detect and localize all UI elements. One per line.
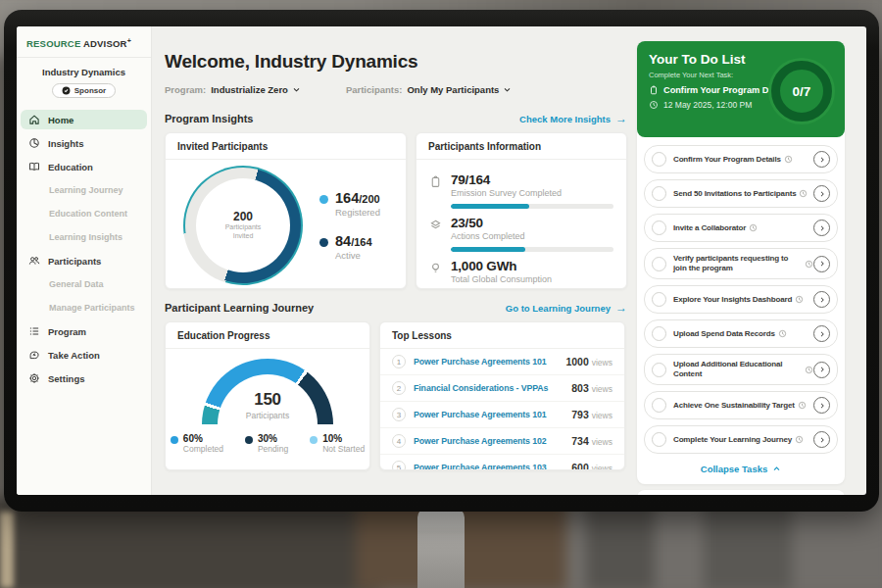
chevron-right-icon <box>818 224 826 232</box>
lesson-link[interactable]: Power Purchase Agreements 102 <box>414 436 547 446</box>
clock-icon <box>749 223 758 232</box>
learning-journey-title: Participant Learning Journey <box>165 302 314 314</box>
top-lessons-card: Top Lessons 1 Power Purchase Agreements … <box>379 321 625 470</box>
clock-icon <box>805 366 813 374</box>
todo-checkbox[interactable] <box>652 152 666 167</box>
legend-registered: 164/200 Registered <box>319 190 380 218</box>
chevron-right-icon <box>818 436 826 444</box>
sponsor-badge: Sponsor <box>52 83 116 98</box>
app-logo: RESOURCE ADVISOR+ <box>17 26 151 58</box>
progress-bar-fill <box>451 247 525 252</box>
sidebar-item-program[interactable]: Program <box>21 321 147 341</box>
clock-icon <box>805 260 813 269</box>
sidebar-item-education-content[interactable]: Education Content <box>21 205 147 222</box>
education-icon <box>28 161 40 172</box>
participants-filter-dropdown[interactable]: Only My Participants <box>407 84 512 95</box>
todo-checkbox[interactable] <box>652 292 666 307</box>
program-filter-dropdown[interactable]: Industrialize Zero <box>211 84 301 95</box>
chevron-right-icon <box>818 296 826 304</box>
sidebar-item-participants[interactable]: Participants <box>21 251 147 270</box>
todo-go-button[interactable] <box>813 151 830 168</box>
clock-icon <box>795 435 804 444</box>
donut-center-value: 200 <box>233 210 253 223</box>
gear-icon <box>28 372 40 384</box>
lesson-link[interactable]: Power Purchase Agreements 101 <box>414 410 547 419</box>
legend-active: 84/164 Active <box>319 233 380 261</box>
rank-badge: 1 <box>392 355 406 368</box>
chevron-right-icon <box>818 366 826 373</box>
invited-donut-chart: 200 Participants Invited <box>183 166 303 285</box>
chevron-down-icon <box>292 85 301 94</box>
todo-checkbox[interactable] <box>652 220 666 235</box>
clock-icon <box>778 329 787 338</box>
legend-not-started: 10%Not Started <box>310 433 365 454</box>
insights-icon <box>28 137 40 149</box>
rank-badge: 2 <box>392 381 406 395</box>
sidebar-item-learning-journey[interactable]: Learning Journey <box>21 181 147 199</box>
todo-checkbox[interactable] <box>652 257 666 271</box>
invited-participants-card: Invited Participants 200 Participants In… <box>165 132 407 289</box>
todo-go-button[interactable] <box>813 256 830 272</box>
active-dot-icon <box>319 238 328 247</box>
actions-progress-bar <box>451 247 613 252</box>
legend-completed: 60%Completed <box>171 433 223 454</box>
todo-go-button[interactable] <box>813 220 830 236</box>
sidebar-item-education[interactable]: Education <box>21 157 147 176</box>
participants-filter-label: Participants: <box>346 84 403 95</box>
rank-badge: 4 <box>392 434 406 448</box>
pending-dot-icon <box>245 436 253 444</box>
dashboard-screen: RESOURCE ADVISOR+ Industry Dynamics Spon… <box>17 26 866 495</box>
lesson-link[interactable]: Financial Considerations - VPPAs <box>414 383 548 393</box>
lesson-link[interactable]: Power Purchase Agreements 101 <box>414 357 547 367</box>
todo-checkbox[interactable] <box>652 363 666 377</box>
todo-checkbox[interactable] <box>652 326 666 341</box>
go-to-learning-journey-link[interactable]: Go to Learning Journey → <box>506 302 627 314</box>
legend-pending: 30%Pending <box>245 433 288 454</box>
sidebar-item-insights[interactable]: Insights <box>21 133 147 153</box>
sidebar-item-general-data[interactable]: General Data <box>21 275 147 293</box>
clock-icon <box>784 155 793 164</box>
todo-checkbox[interactable] <box>652 432 666 447</box>
program-insights-title: Program Insights <box>165 113 253 124</box>
lesson-row: 4 Power Purchase Agreements 102 734views <box>380 428 624 455</box>
chevron-right-icon <box>818 260 826 268</box>
todo-item: Invite a Collaborator <box>644 214 838 242</box>
chevron-right-icon <box>818 156 826 164</box>
todo-progress-ring: 0/7 <box>768 58 835 124</box>
arrow-right-icon: → <box>615 113 627 124</box>
todo-item: Achieve One Sustainability Target <box>644 391 838 419</box>
layers-icon <box>429 219 442 231</box>
lesson-link[interactable]: Power Purchase Agreements 103 <box>414 463 547 470</box>
lessons-card-title: Top Lessons <box>380 322 624 349</box>
collapse-tasks-link[interactable]: Collapse Tasks <box>637 464 845 474</box>
progress-bar-fill <box>451 204 529 209</box>
page-title: Welcome, Industry Dynamics <box>165 51 627 73</box>
chevron-right-icon <box>818 402 826 410</box>
todo-go-button[interactable] <box>813 397 830 414</box>
sidebar-item-manage-participants[interactable]: Manage Participants <box>21 299 147 317</box>
sidebar-item-take-action[interactable]: Take Action <box>21 345 147 365</box>
main-content: Welcome, Industry Dynamics Program: Indu… <box>152 26 637 495</box>
todo-checkbox[interactable] <box>652 398 666 413</box>
sidebar: RESOURCE ADVISOR+ Industry Dynamics Spon… <box>17 26 152 495</box>
sidebar-item-learning-insights[interactable]: Learning Insights <box>21 228 147 246</box>
check-more-insights-link[interactable]: Check More Insights → <box>519 113 627 124</box>
todo-go-button[interactable] <box>813 362 830 378</box>
info-card-title: Participants Information <box>416 133 626 160</box>
registered-dot-icon <box>319 195 328 204</box>
invited-card-title: Invited Participants <box>166 133 406 160</box>
todo-go-button[interactable] <box>813 291 830 308</box>
sidebar-item-home[interactable]: Home <box>21 110 147 129</box>
sidebar-item-settings[interactable]: Settings <box>21 368 147 388</box>
todo-go-button[interactable] <box>813 431 830 448</box>
lesson-row: 3 Power Purchase Agreements 101 793views <box>380 402 624 428</box>
completed-dot-icon <box>171 436 178 444</box>
todo-go-button[interactable] <box>813 185 830 202</box>
clock-icon <box>798 401 807 410</box>
todo-checkbox[interactable] <box>652 186 666 201</box>
participants-icon <box>28 255 40 267</box>
todo-go-button[interactable] <box>813 325 830 342</box>
todo-summary-card: Your To Do List Complete Your Next Task:… <box>637 41 845 137</box>
org-name: Industry Dynamics <box>17 67 151 77</box>
clipboard-icon <box>649 85 659 95</box>
